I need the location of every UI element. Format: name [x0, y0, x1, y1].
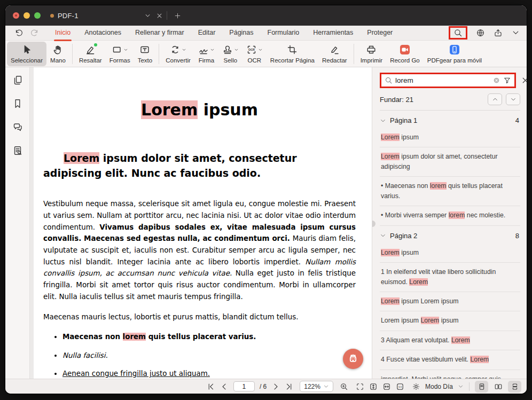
toolbar-button-mano[interactable]: Mano: [46, 42, 69, 66]
toolbar-button-sello[interactable]: Sello: [218, 42, 242, 66]
ribbon-tab-editar[interactable]: Editar: [191, 26, 223, 41]
ai-assistant-button[interactable]: [343, 349, 363, 369]
share-icon[interactable]: [494, 28, 503, 37]
toolbar-button-recortar-página[interactable]: Recortar Página: [267, 42, 318, 66]
new-tab-button[interactable]: [174, 12, 182, 20]
toolbar-button-pdfgear-para-móvil[interactable]: PDFgear para móvil: [424, 42, 486, 66]
last-page-button[interactable]: [285, 382, 293, 391]
toolbar-button-record-go[interactable]: Record Go: [386, 42, 424, 66]
search-result-item[interactable]: • Morbi viverra semper lorem nec molesti…: [380, 206, 520, 225]
page-navigation: / 6: [207, 381, 293, 391]
search-result-item[interactable]: imperdiet. Morbi velit neque, semper qui…: [380, 370, 520, 379]
toolbar-group: ImprimirRecord GoPDFgear para móvil: [357, 42, 486, 66]
ribbon-tab-proteger[interactable]: Proteger: [360, 26, 400, 41]
ribbon-tab-rellenar-y-firmar[interactable]: Rellenar y firmar: [128, 26, 191, 41]
chevron-down-icon: [123, 48, 128, 52]
actual-size-button[interactable]: 1:1: [396, 382, 404, 391]
continuous-scroll-button[interactable]: [508, 381, 521, 393]
result-group-header[interactable]: Página 28: [380, 226, 520, 244]
zoom-in-button[interactable]: [340, 382, 348, 391]
first-page-button[interactable]: [207, 382, 215, 391]
toolbar-button-label: Formas: [109, 57, 130, 64]
toolbar-button-firma[interactable]: Firma: [194, 42, 218, 66]
toolbar-button-texto[interactable]: Texto: [134, 42, 157, 66]
toolbar-button-icon-row: [85, 44, 96, 56]
filter-icon[interactable]: [503, 76, 511, 84]
close-panel-icon[interactable]: [521, 76, 527, 85]
single-page-view-button[interactable]: [475, 381, 488, 393]
toolbar-button-label: Recortar Página: [270, 57, 315, 64]
toolbar-button-icon-row: [170, 44, 186, 56]
ribbon-tab-herramientas[interactable]: Herramientas: [306, 26, 360, 41]
ribbon-tab-inicio[interactable]: Inicio: [48, 26, 77, 41]
toolbar-group: ResaltarFormasTexto: [75, 42, 156, 66]
sidebar-item-bookmarks[interactable]: [12, 98, 23, 109]
search-result-item[interactable]: Lorem ipsum Lorem ipsum: [380, 311, 520, 331]
fit-page-button[interactable]: [356, 382, 364, 391]
toolbar-button-resaltar[interactable]: Resaltar: [75, 42, 106, 66]
fit-height-button[interactable]: [369, 382, 378, 391]
search-result-item[interactable]: Lorem ipsum: [380, 128, 520, 147]
toolbar-button-redactar[interactable]: Redactar: [318, 42, 351, 66]
ribbon-tab-anotaciones[interactable]: Anotaciones: [77, 26, 128, 41]
toolbar-button-convertir[interactable]: Convertir: [162, 42, 194, 66]
search-result-item[interactable]: 4 Fusce vitae vestibulum velit. Lorem: [380, 350, 520, 370]
page-view-controls: [475, 381, 521, 393]
search-result-item[interactable]: Lorem ipsum: [380, 244, 520, 263]
ribbon-tab-formulario[interactable]: Formulario: [261, 26, 307, 41]
next-page-button[interactable]: [271, 382, 280, 391]
panel-resize-handle[interactable]: [372, 221, 375, 227]
result-text: 3 Aliquam erat volutpat.: [381, 336, 451, 344]
toolbar-separator: [72, 44, 73, 64]
page-number-input[interactable]: [233, 381, 255, 391]
next-result-button[interactable]: [506, 93, 520, 105]
fit-controls: 1:1: [356, 382, 404, 391]
toolbar-button-ocr[interactable]: OCROCR: [242, 42, 267, 66]
search-icon[interactable]: [453, 28, 463, 37]
toolbar-button-label: Seleccionar: [11, 57, 43, 64]
tab-close-icon[interactable]: [155, 12, 163, 20]
pdf-page[interactable]: Lorem ipsum Lorem ipsum dolor sit amet, …: [34, 67, 372, 379]
search-input[interactable]: [395, 76, 490, 84]
display-mode-select[interactable]: Modo Día: [412, 382, 464, 391]
fit-width-button[interactable]: [382, 382, 391, 391]
search-result-item[interactable]: Lorem ipsum Lorem ipsum: [380, 292, 520, 311]
toolbar-button-formas[interactable]: Formas: [106, 42, 134, 66]
toolbar-button-label: Sello: [224, 57, 238, 64]
redo-button[interactable]: [30, 28, 40, 37]
search-result-item[interactable]: • Maecenas non lorem quis tellus placera…: [380, 177, 520, 206]
search-result-item[interactable]: Lorem ipsum dolor sit amet, consectetur …: [380, 147, 520, 177]
close-window-button[interactable]: [13, 12, 19, 19]
two-page-view-button[interactable]: [491, 381, 505, 393]
collapse-ribbon-icon[interactable]: [511, 28, 520, 37]
search-result-item[interactable]: 3 Aliquam erat volutpat. Lorem: [380, 331, 520, 350]
sidebar-item-document-search[interactable]: [12, 145, 23, 156]
ribbon-tab-páginas[interactable]: Páginas: [222, 26, 260, 41]
result-group-title: Página 1: [390, 116, 417, 124]
toolbar-button-icon-row: [287, 44, 298, 56]
sun-icon: [412, 382, 420, 391]
minimize-window-button[interactable]: [24, 12, 30, 19]
document-area: Lorem ipsum Lorem ipsum dolor sit amet, …: [30, 67, 372, 379]
document-tab[interactable]: PDF-1: [50, 5, 163, 26]
sidebar-item-comments[interactable]: [12, 122, 23, 132]
previous-page-button[interactable]: [220, 382, 229, 391]
tab-options-chevron-icon[interactable]: [144, 12, 152, 20]
text-run: Aenean congue fringilla justo ut aliquam…: [62, 370, 210, 378]
maximize-window-button[interactable]: [34, 12, 41, 19]
result-group-header[interactable]: Página 14: [380, 111, 520, 128]
toolbar-button-seleccionar[interactable]: Seleccionar: [7, 42, 46, 66]
chevron-down-icon: [210, 48, 215, 52]
undo-button[interactable]: [14, 28, 23, 37]
bullet-item: Maecenas non lorem quis tellus placerat …: [62, 332, 356, 342]
clear-search-icon[interactable]: [492, 76, 500, 84]
toolbar-button-imprimir[interactable]: Imprimir: [357, 42, 387, 66]
result-text: 4 Fusce vitae vestibulum velit.: [381, 356, 470, 363]
previous-result-button[interactable]: [488, 93, 502, 105]
support-icon[interactable]: [476, 28, 485, 37]
search-result-item[interactable]: 1 In eleifend velit vitae libero sollici…: [380, 263, 520, 292]
toolbar-button-icon-row: [198, 44, 215, 56]
zoom-level-select[interactable]: 122%: [300, 381, 333, 392]
sidebar-item-page-thumbnails[interactable]: [12, 75, 23, 85]
chevron-down-icon: [182, 48, 186, 52]
